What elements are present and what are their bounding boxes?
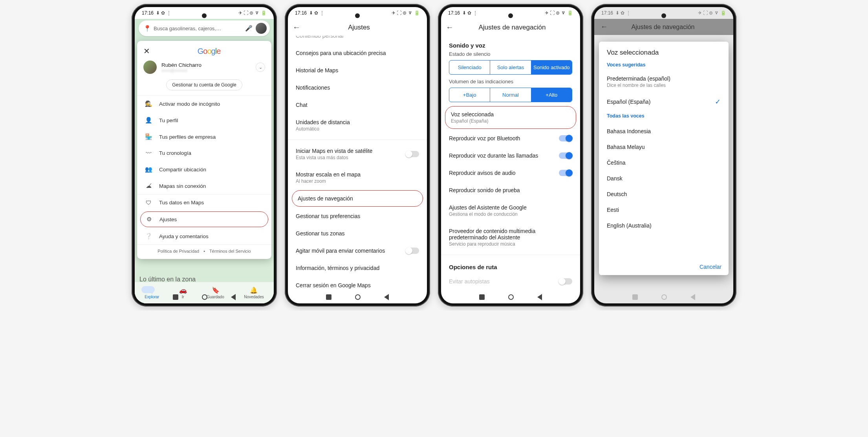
nav-recents-icon[interactable]: [479, 294, 485, 300]
switch-off-icon[interactable]: [406, 248, 419, 254]
row-satellite-start[interactable]: Iniciar Maps en vista de satéliteEsta vi…: [288, 142, 427, 166]
account-row[interactable]: Rubén Chicharro xxxx@xxxxxx ⌄: [137, 58, 271, 77]
seg-sound-on[interactable]: Sonido activado: [531, 61, 572, 74]
close-icon[interactable]: ✕: [143, 46, 153, 56]
row-assistant-settings[interactable]: Ajustes del Asistente de GoogleGestiona …: [441, 199, 580, 222]
nav-recents-icon[interactable]: [632, 294, 638, 300]
menu-timeline[interactable]: 〰Tu cronología: [137, 145, 271, 161]
privacy-link[interactable]: Política de Privacidad: [157, 249, 199, 253]
tab-explore[interactable]: 📍Explorar: [145, 286, 159, 299]
row-notifications[interactable]: Notificaciones: [288, 79, 427, 96]
check-icon: ✓: [715, 97, 721, 106]
row-info-terms[interactable]: Información, términos y privacidad: [288, 259, 427, 277]
switch-off-icon[interactable]: [559, 278, 572, 285]
chevron-down-icon[interactable]: ⌄: [256, 62, 265, 72]
row-sign-out[interactable]: Cerrar sesión en Google Maps: [288, 277, 427, 294]
switch-on-icon[interactable]: [559, 135, 572, 141]
dialog-title: Voz seleccionada: [607, 49, 721, 57]
switch-off-icon[interactable]: [406, 151, 419, 157]
voice-option[interactable]: Čeština: [607, 155, 721, 171]
nav-back-icon[interactable]: [384, 294, 389, 300]
menu-business[interactable]: 🏪Tus perfiles de empresa: [137, 129, 271, 145]
row-media-provider[interactable]: Proveedor de contenido multimedia predet…: [441, 222, 580, 252]
tos-link[interactable]: Términos del Servicio: [209, 249, 251, 253]
tab-updates[interactable]: 🔔Novedades: [244, 286, 264, 299]
nav-home-icon[interactable]: [661, 294, 667, 300]
voice-option[interactable]: English (Australia): [607, 218, 721, 233]
seg-muted[interactable]: Silenciado: [449, 61, 490, 74]
row-chat[interactable]: Chat: [288, 96, 427, 114]
cancel-button[interactable]: Cancelar: [700, 264, 722, 270]
row-cutoff: Contenido personal: [288, 36, 427, 44]
voice-option[interactable]: Bahasa Melayu: [607, 139, 721, 155]
nav-back-icon[interactable]: [231, 294, 236, 300]
menu-label: Tu perfil: [159, 118, 178, 123]
voice-option[interactable]: Bahasa Indonesia: [607, 123, 721, 139]
row-shake-feedback[interactable]: Agitar móvil para enviar comentarios: [288, 242, 427, 259]
section-route-options: Opciones de ruta: [441, 257, 580, 273]
row-bluetooth-voice[interactable]: Reproducir voz por Bluetooth: [441, 130, 580, 147]
nav-home-icon[interactable]: [202, 294, 207, 300]
row-test-sound[interactable]: Reproducir sonido de prueba: [441, 182, 580, 199]
row-nav-settings-highlighted[interactable]: Ajustes de navegación: [292, 190, 423, 207]
row-location-tips[interactable]: Consejos para una ubicación precisa: [288, 44, 427, 62]
voice-option[interactable]: Deutsch: [607, 186, 721, 202]
voice-option[interactable]: Dansk: [607, 171, 721, 186]
nav-home-icon[interactable]: [508, 294, 514, 300]
row-selected-voice-highlighted[interactable]: Voz seleccionada Español (España): [445, 106, 576, 129]
seg-alerts[interactable]: Solo alertas: [490, 61, 531, 74]
row-distance-units[interactable]: Unidades de distancia Automático: [288, 114, 427, 137]
nav-recents-icon[interactable]: [326, 294, 331, 300]
row-history[interactable]: Historial de Maps: [288, 62, 427, 79]
appbar-title: Ajustes: [296, 24, 422, 31]
nav-settings-list[interactable]: Sonido y voz Estado de silencio Silencia…: [441, 36, 580, 303]
menu-help[interactable]: ❔Ayuda y comentarios: [137, 228, 271, 244]
pin-icon: 📍: [145, 286, 159, 294]
menu-label: Tus datos en Maps: [159, 200, 204, 206]
search-pill[interactable]: 📍 Busca gasolineras, cajeros,… 🎤: [139, 20, 270, 36]
row-voice-during-calls[interactable]: Reproducir voz durante las llamadas: [441, 147, 580, 164]
manage-account-button[interactable]: Gestionar tu cuenta de Google: [166, 79, 242, 90]
nav-recents-icon[interactable]: [173, 294, 178, 300]
voice-list[interactable]: Bahasa Indonesia Bahasa Melayu Čeština D…: [599, 123, 729, 260]
menu-data-in-maps[interactable]: 🛡Tus datos en Maps: [137, 195, 271, 211]
voice-default[interactable]: Predeterminada (español) Dice el nombre …: [607, 71, 721, 93]
store-icon: 🏪: [145, 133, 152, 140]
section-sound-voice: Sonido y voz: [441, 36, 580, 51]
menu-label: Tus perfiles de empresa: [159, 134, 216, 140]
row-avoid-highways[interactable]: Evitar autopistas: [441, 273, 580, 290]
account-sheet: ✕ Google Rubén Chicharro xxxx@xxxxxx ⌄ G…: [137, 41, 271, 259]
row-manage-zones[interactable]: Gestionar tus zonas: [288, 225, 427, 242]
statusbar: 17:16⬇ ✿ ⋮ ✈ ⛶ ⊚ ⛛ 🔋: [594, 7, 733, 19]
seg-high[interactable]: +Alto: [531, 88, 572, 102]
menu-settings[interactable]: ⚙Ajustes: [140, 211, 268, 227]
row-manage-prefs[interactable]: Gestionar tus preferencias: [288, 207, 427, 225]
seg-normal[interactable]: Normal: [490, 88, 531, 102]
voice-option[interactable]: Eesti: [607, 202, 721, 218]
avatar[interactable]: [256, 23, 267, 34]
mic-icon[interactable]: 🎤: [245, 25, 253, 32]
label-mute-state: Estado de silencio: [441, 51, 580, 60]
phone-4: 17:16⬇ ✿ ⋮ ✈ ⛶ ⊚ ⛛ 🔋 ← Ajustes de navega…: [591, 4, 736, 307]
nav-back-icon[interactable]: [690, 294, 695, 300]
switch-on-icon[interactable]: [559, 170, 572, 176]
menu-incognito[interactable]: 🕵Activar modo de incógnito: [137, 95, 271, 112]
menu-offline-maps[interactable]: ☁̸Mapas sin conexión: [137, 178, 271, 194]
statusbar: 17:16⬇ ✿ ⋮ ✈ ⛶ ⊚ ⛛ 🔋: [288, 7, 427, 19]
voice-dialog: Voz seleccionada Voces sugeridas Predete…: [599, 42, 729, 275]
cloud-off-icon: ☁̸: [145, 182, 152, 189]
settings-list[interactable]: Contenido personal Consejos para una ubi…: [288, 36, 427, 303]
voice-spanish-spain[interactable]: Español (España) ✓: [607, 93, 721, 111]
menu-profile[interactable]: 👤Tu perfil: [137, 112, 271, 129]
row-show-scale[interactable]: Mostrar escala en el mapa Al hacer zoom: [288, 166, 427, 189]
nav-home-icon[interactable]: [355, 294, 361, 300]
legal-row: Política de Privacidad • Términos del Se…: [137, 245, 271, 256]
seg-low[interactable]: +Bajo: [449, 88, 490, 102]
row-audio-alerts[interactable]: Reproducir avisos de audio: [441, 164, 580, 182]
menu-share-location[interactable]: 👥Compartir ubicación: [137, 161, 271, 178]
nav-back-icon[interactable]: [537, 294, 542, 300]
switch-on-icon[interactable]: [559, 152, 572, 159]
map-background: 📍 Busca gasolineras, cajeros,… 🎤 ✕ Googl…: [135, 19, 274, 303]
screen-4: 17:16⬇ ✿ ⋮ ✈ ⛶ ⊚ ⛛ 🔋 ← Ajustes de navega…: [594, 7, 733, 303]
screen-2: 17:16⬇ ✿ ⋮ ✈ ⛶ ⊚ ⛛ 🔋 ← Ajustes Contenido…: [288, 7, 427, 303]
